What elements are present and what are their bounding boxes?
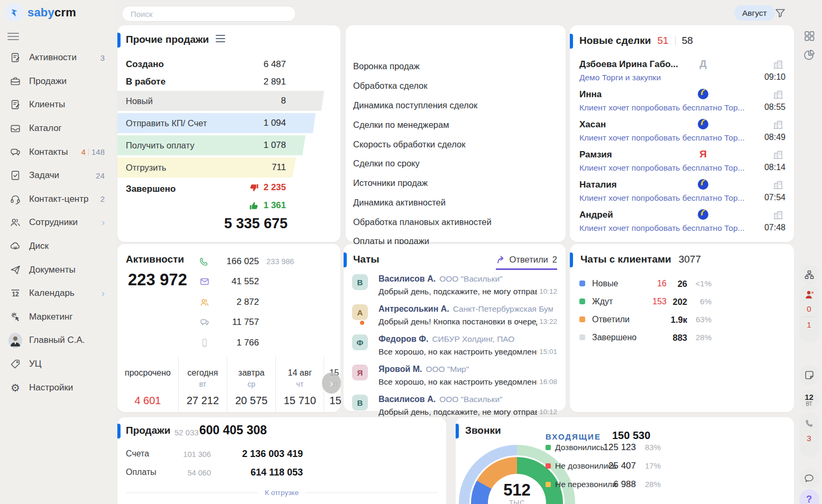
new-deals-unread-count: 51 <box>658 35 669 46</box>
deal-row[interactable]: Инна Клиент хочет попробовать бесплатно … <box>579 89 786 117</box>
funnel-row-get-payment[interactable]: Получить оплату 1 078 <box>117 135 340 155</box>
chats-title[interactable]: Чаты <box>353 254 379 265</box>
chat-row[interactable]: Я Яровой М.ООО "Мир" Все хорошо, но как … <box>352 364 558 391</box>
sidebar-item-documents[interactable]: Документы <box>0 258 115 282</box>
legend-row-reached[interactable]: Дозвонились 125 123 83% <box>456 442 794 453</box>
metric-emails[interactable]: 41 552 <box>197 275 259 288</box>
dashboard-grid-icon[interactable] <box>803 30 815 44</box>
replied-tab[interactable]: Ответили 2 <box>496 255 557 270</box>
daycol-today[interactable]: сегодня вт 27 212 <box>178 357 227 412</box>
client-chats-row-new[interactable]: Новые 16 26 <1% <box>570 276 794 292</box>
chat-row[interactable]: В Василисов А.ООО "Васильки" Добрый день… <box>352 274 558 301</box>
new-deals-title[interactable]: Новые сделки <box>579 35 651 46</box>
sidebar-item-sales[interactable]: Продажи <box>0 70 115 94</box>
other-sales-title[interactable]: Прочие продажи <box>126 34 209 45</box>
chat-bubble-icon[interactable] <box>799 468 819 488</box>
report-link-deals-by-manager[interactable]: Сделки по менеджерам <box>353 120 449 130</box>
deal-row[interactable]: Дзбоева Ирина Габо... Д Демо Торги и зак… <box>579 59 786 87</box>
incoming-label[interactable]: ВХОДЯЩИЕ <box>546 432 601 441</box>
report-link-sales-sources[interactable]: Источники продаж <box>353 178 428 188</box>
report-link-sales-funnel[interactable]: Воронка продаж <box>353 61 420 71</box>
avatar: Я <box>352 365 368 380</box>
metric-mobile[interactable]: 1 766 <box>197 336 259 350</box>
sidebar-item-uc[interactable]: УЦ <box>0 352 115 376</box>
chat-row[interactable]: А Антресолькин А.Санкт-Петербуржская Бум… <box>352 304 558 331</box>
help-icon[interactable]: ? <box>799 489 819 504</box>
funnel-row-send-offer[interactable]: Отправить КП/ Счет 1 094 <box>117 113 340 133</box>
completed-negative[interactable]: 2 235 <box>249 180 286 195</box>
funnel-row-created[interactable]: Создано 6 487 <box>117 55 340 73</box>
funnel-total[interactable]: 5 335 675 <box>224 216 288 232</box>
report-link-deals-by-term[interactable]: Сделки по сроку <box>353 158 420 169</box>
org-structure-icon[interactable] <box>799 265 819 285</box>
daycol-overdue[interactable]: просрочено 4 601 <box>117 357 178 412</box>
card-accent-bar <box>570 253 573 267</box>
funnel-menu-icon[interactable] <box>215 34 226 45</box>
sidebar-item-settings[interactable]: ⚙ Настройки <box>0 376 115 399</box>
to-ship-toggle[interactable]: К отгрузке <box>126 489 438 497</box>
legend-row-not-reached[interactable]: Не дозвонились 25 407 17% <box>456 461 794 471</box>
client-chats-row-waiting[interactable]: Ждут 153 202 6% <box>570 294 794 310</box>
person-red-icon <box>799 285 819 300</box>
deal-row[interactable]: Рамзия Я Клиент хочет попробовать беспла… <box>579 150 786 177</box>
metric-chats[interactable]: 11 757 <box>197 315 259 329</box>
calendar-day-widget[interactable]: 12ВТ <box>799 390 819 410</box>
report-link-planned-activities[interactable]: Обработка плановых активностей <box>353 217 492 227</box>
client-chats-row-answered[interactable]: Ответили 1.9к 63% <box>570 312 794 328</box>
report-link-processing-speed[interactable]: Скорость обработки сделок <box>353 139 465 150</box>
metric-calls[interactable]: 166 025 233 986 <box>197 255 294 268</box>
daycol-tomorrow[interactable]: завтра ср 20 575 <box>227 357 275 412</box>
metric-meetings[interactable]: 2 872 <box>197 295 259 309</box>
sidebar-item-tasks[interactable]: Задачи 24 <box>0 164 115 188</box>
deal-row[interactable]: Наталия Клиент хочет попробовать бесплат… <box>579 180 786 207</box>
incoming-total: 150 530 <box>612 430 650 442</box>
sidebar-item-contact-center[interactable]: Контакт-центр 2 <box>0 188 115 211</box>
sidebar-item-contacts[interactable]: Контакты 4148 <box>0 140 115 164</box>
pie-chart-icon[interactable] <box>803 49 815 63</box>
reports-card: Воронка продаж Обработка сделок Динамика… <box>346 25 566 242</box>
sidebar-item-profile[interactable]: Главный С.А. <box>0 329 115 352</box>
funnel-row-ship[interactable]: Отгрузить 711 <box>117 157 340 178</box>
deal-row[interactable]: Андрей Клиент хочет попробовать бесплатн… <box>579 210 786 237</box>
sidebar-item-employees[interactable]: Сотрудники › <box>0 211 115 235</box>
chevron-right-icon[interactable]: › <box>101 217 105 228</box>
sidebar-item-marketing[interactable]: Маркетинг <box>0 305 115 329</box>
clipboard-pencil-icon <box>8 99 22 110</box>
deal-row[interactable]: Хасан Клиент хочет попробовать бесплатно… <box>579 119 786 147</box>
sidebar-item-activities[interactable]: Активности 3 <box>0 46 115 70</box>
chats-card: Чаты Ответили 2 В Василисов А.ООО "Васил… <box>344 244 566 411</box>
sidebar-item-clients[interactable]: Клиенты <box>0 93 115 117</box>
funnel-row-new[interactable]: Новый 8 <box>117 91 340 111</box>
app-logo[interactable]: sabycrm <box>5 4 76 22</box>
calls-title[interactable]: Звонки <box>465 425 501 436</box>
client-chats-title[interactable]: Чаты с клиентами <box>580 254 671 265</box>
legend-row-not-called-back[interactable]: Не перезвонили 6 988 28% <box>456 479 794 490</box>
chevron-right-icon[interactable]: › <box>101 287 105 299</box>
menu-burger-icon[interactable] <box>7 31 19 42</box>
thumb-down-icon <box>249 183 259 193</box>
contacts-counter-widget[interactable]: 0 1 <box>799 285 819 343</box>
report-link-activity-dynamics[interactable]: Динамика активностей <box>353 198 446 208</box>
filter-icon[interactable] <box>774 7 787 22</box>
building-icon <box>773 180 783 192</box>
sales-count: 52 033 <box>174 428 199 437</box>
report-link-deal-processing[interactable]: Обработка сделок <box>353 81 428 91</box>
source-ya-icon: Я <box>697 148 709 160</box>
sales-title[interactable]: Продажи <box>126 425 170 436</box>
spark-cursor-icon <box>8 311 22 323</box>
client-chats-row-finished[interactable]: Завершено 883 28% <box>570 330 794 346</box>
sidebar-item-calendar[interactable]: 12 Календарь › <box>0 282 115 305</box>
period-selector[interactable]: Август <box>734 5 775 21</box>
chat-row[interactable]: Ф Федоров Ф.СИБУР Холдинг, ПАО Все хорош… <box>352 334 558 361</box>
report-link-deal-inflow[interactable]: Динамика поступления сделок <box>353 100 477 110</box>
funnel-row-inwork[interactable]: В работе 2 891 <box>117 73 340 90</box>
activities-title[interactable]: Активности <box>126 254 184 265</box>
daycol-aug14[interactable]: 14 авг чт 15 710 <box>275 357 324 412</box>
sidebar-item-disk[interactable]: Диск <box>0 235 115 258</box>
completed-positive[interactable]: 1 361 <box>249 198 286 213</box>
sidebar-item-catalog[interactable]: Каталог <box>0 117 115 141</box>
missed-calls-widget[interactable]: 3 <box>799 412 819 458</box>
days-next-button[interactable]: › <box>322 372 341 394</box>
note-icon[interactable] <box>799 365 819 385</box>
search-input[interactable] <box>122 6 296 22</box>
